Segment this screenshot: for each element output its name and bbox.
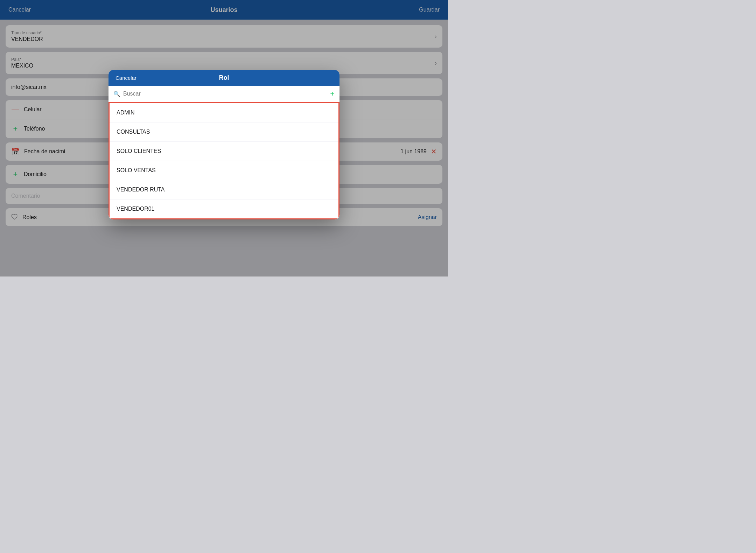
- modal-header: Cancelar Rol: [108, 70, 340, 86]
- modal-title: Rol: [219, 74, 229, 82]
- role-list-item[interactable]: SOLO VENTAS: [110, 161, 338, 180]
- role-list-item[interactable]: VENDEDOR01: [110, 200, 338, 218]
- role-list: ADMINCONSULTASSOLO CLIENTESSOLO VENTASVE…: [108, 102, 340, 219]
- modal-cancel-button[interactable]: Cancelar: [115, 75, 136, 81]
- role-list-item[interactable]: ADMIN: [110, 103, 338, 122]
- add-role-button[interactable]: +: [330, 89, 335, 98]
- role-list-item[interactable]: VENDEDOR RUTA: [110, 180, 338, 200]
- role-list-item[interactable]: CONSULTAS: [110, 122, 338, 142]
- search-input[interactable]: [123, 91, 327, 97]
- modal-search-bar: 🔍 +: [108, 86, 340, 102]
- rol-modal: Cancelar Rol 🔍 + ADMINCONSULTASSOLO CLIE…: [108, 70, 340, 219]
- modal-overlay[interactable]: Cancelar Rol 🔍 + ADMINCONSULTASSOLO CLIE…: [0, 0, 448, 276]
- role-list-item[interactable]: SOLO CLIENTES: [110, 142, 338, 161]
- search-icon: 🔍: [113, 91, 120, 97]
